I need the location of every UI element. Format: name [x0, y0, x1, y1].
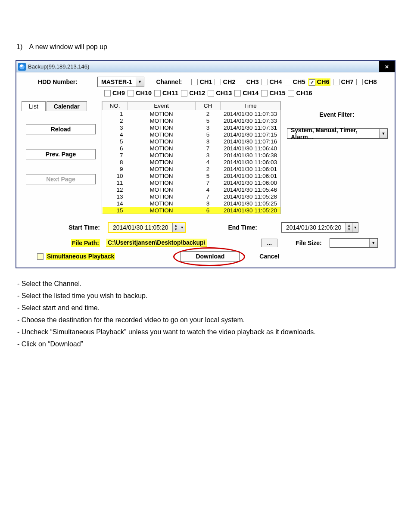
channel-checkbox-ch5[interactable]: CH5: [285, 78, 305, 86]
table-row[interactable]: 10MOTION52014/01/30 11:06:01: [103, 172, 280, 179]
instructions: - Select the Channel.- Select the listed…: [17, 278, 394, 350]
table-row[interactable]: 2MOTION52014/01/30 11:07:33: [103, 117, 280, 124]
close-icon[interactable]: ×: [379, 61, 395, 72]
end-time-input[interactable]: 2014/01/30 12:06:20 ▲▼▼: [281, 222, 358, 233]
event-filter-label: Event Filter:: [287, 111, 387, 118]
table-row[interactable]: 15MOTION62014/01/30 11:05:20: [103, 207, 280, 214]
spin-up-icon[interactable]: ▲▼: [173, 223, 179, 232]
channel-checkbox-ch1[interactable]: CH1: [191, 78, 212, 86]
end-time-label: End Time:: [228, 224, 257, 231]
event-table: NO. Event CH Time 1MOTION22014/01/30 11:…: [102, 101, 281, 214]
table-row[interactable]: 5MOTION32014/01/30 11:07:16: [103, 138, 280, 145]
instruction-line: - Select the Channel.: [17, 278, 394, 290]
instruction-line: - Select the listed time you wish to bac…: [17, 290, 394, 302]
channel-checkbox-ch16[interactable]: CH16: [288, 90, 312, 96]
chevron-down-icon: ▼: [136, 77, 144, 87]
chevron-down-icon: ▼: [369, 239, 377, 247]
channel-checkbox-ch11[interactable]: CH11: [154, 90, 178, 96]
simultaneous-playback-checkbox[interactable]: Simultaneous Playback: [37, 253, 115, 260]
table-row[interactable]: 3MOTION32014/01/30 11:07:31: [103, 124, 280, 131]
table-row[interactable]: 13MOTION72014/01/30 11:05:28: [103, 193, 280, 200]
channel-label: Channel:: [156, 78, 182, 85]
table-row[interactable]: 14MOTION32014/01/30 11:05:25: [103, 200, 280, 207]
window-title: Backup(99.189.213.146): [28, 63, 379, 70]
instruction-line: - Click on “Download”: [17, 338, 394, 350]
chevron-down-icon: ▼: [379, 129, 387, 138]
table-row[interactable]: 9MOTION22014/01/30 11:06:01: [103, 165, 280, 172]
table-row[interactable]: 1MOTION22014/01/30 11:07:33: [103, 110, 280, 118]
app-icon: [18, 63, 26, 71]
table-row[interactable]: 12MOTION42014/01/30 11:05:46: [103, 186, 280, 193]
step-heading: 1) A new window will pop up: [16, 43, 395, 51]
channel-checkbox-ch3[interactable]: CH3: [238, 78, 258, 86]
table-row[interactable]: 8MOTION42014/01/30 11:06:03: [103, 159, 280, 165]
tab-list[interactable]: List: [22, 101, 46, 111]
channel-checkbox-ch14[interactable]: CH14: [234, 90, 258, 96]
download-button[interactable]: Download: [181, 251, 240, 261]
event-filter-select[interactable]: System, Manual, Timer, Alarm… ▼: [287, 128, 388, 139]
channel-checkbox-ch10[interactable]: CH10: [128, 90, 152, 96]
col-ch: CH: [196, 102, 221, 110]
backup-window: Backup(99.189.213.146) × HDD Number: MAS…: [16, 60, 395, 268]
prev-page-button[interactable]: Prev. Page: [26, 149, 96, 159]
channel-checkbox-ch12[interactable]: CH12: [181, 90, 205, 96]
reload-button[interactable]: Reload: [26, 124, 96, 134]
browse-button[interactable]: ...: [261, 239, 277, 247]
channel-checkbox-ch2[interactable]: CH2: [215, 78, 235, 86]
next-page-button[interactable]: Next Page: [26, 174, 96, 184]
channel-checkbox-ch9[interactable]: CH9: [104, 90, 125, 96]
chevron-down-icon[interactable]: ▼: [179, 223, 185, 232]
chevron-down-icon[interactable]: ▼: [352, 223, 358, 232]
start-time-label: Start Time:: [22, 224, 103, 231]
titlebar: Backup(99.189.213.146) ×: [16, 61, 395, 72]
file-path-label: File Path:: [22, 240, 103, 246]
col-event: Event: [128, 102, 196, 110]
instruction-line: - Choose the destination for the recorde…: [17, 314, 394, 326]
tab-calendar[interactable]: Calendar: [47, 101, 87, 111]
channel-checkbox-ch7[interactable]: CH7: [333, 78, 354, 86]
table-row[interactable]: 6MOTION72014/01/30 11:06:40: [103, 145, 280, 152]
channel-checkbox-ch13[interactable]: CH13: [208, 90, 232, 96]
start-time-input[interactable]: 2014/01/30 11:05:20 ▲▼▼: [108, 222, 186, 233]
file-path-value: C:\Users\tjansen\Desktop\backup\: [106, 239, 207, 247]
spin-up-icon[interactable]: ▲▼: [346, 223, 352, 232]
channel-checkbox-ch15[interactable]: CH15: [261, 90, 285, 96]
table-row[interactable]: 7MOTION32014/01/30 11:06:38: [103, 152, 280, 159]
instruction-line: - Uncheck “Simultaneous Playback” unless…: [17, 326, 394, 338]
channel-checkbox-ch8[interactable]: CH8: [356, 78, 377, 86]
table-row[interactable]: 4MOTION52014/01/30 11:07:15: [103, 131, 280, 138]
file-size-select[interactable]: ▼: [330, 238, 378, 248]
channel-checkbox-ch4[interactable]: CH4: [262, 78, 282, 86]
hdd-label: HDD Number:: [22, 78, 94, 85]
col-time: Time: [221, 102, 280, 110]
table-row[interactable]: 11MOTION72014/01/30 11:06:00: [103, 179, 280, 186]
hdd-select[interactable]: MASTER-1 ▼: [97, 77, 144, 87]
instruction-line: - Select start and end time.: [17, 302, 394, 314]
file-size-label: File Size:: [296, 240, 322, 246]
channel-checkbox-ch6[interactable]: ✓ CH6: [308, 78, 330, 86]
cancel-button[interactable]: Cancel: [259, 253, 279, 260]
col-no: NO.: [103, 102, 128, 110]
